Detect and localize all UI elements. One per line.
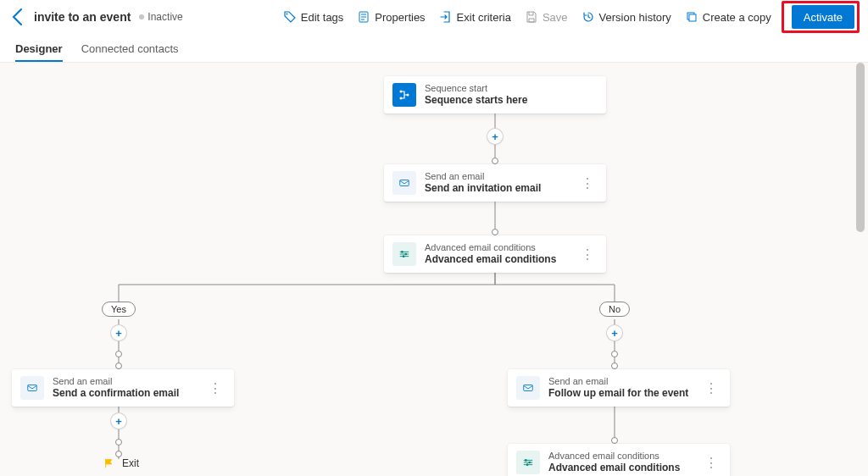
activate-highlight: Activate [782, 1, 860, 33]
back-button[interactable] [8, 7, 29, 27]
exit-label: Exit [122, 457, 139, 469]
node-send-confirmation-email[interactable]: Send an email Send a confirmation email … [12, 369, 234, 407]
create-copy-button[interactable]: Create a copy [678, 3, 778, 30]
save-label: Save [542, 11, 568, 24]
node-sequence-start[interactable]: Sequence start Sequence starts here [384, 76, 606, 113]
connector-dot [611, 363, 618, 369]
properties-button[interactable]: Properties [350, 3, 431, 30]
activate-label: Activate [804, 11, 843, 24]
add-step-button[interactable]: + [607, 325, 622, 340]
node-name: Advanced email conditions [425, 253, 577, 266]
scrollbar-thumb[interactable] [856, 63, 865, 232]
svg-point-27 [401, 251, 403, 253]
save-icon [525, 10, 538, 24]
add-step-button[interactable]: + [487, 129, 503, 144]
svg-rect-23 [400, 180, 409, 186]
copy-icon [685, 10, 698, 24]
node-advanced-conditions[interactable]: Advanced email conditions Advanced email… [384, 235, 606, 273]
connector-dot [115, 363, 122, 369]
email-icon [516, 376, 540, 400]
branch-yes-pill: Yes [102, 302, 136, 317]
node-more-button[interactable]: ⋮ [205, 380, 225, 396]
node-more-button[interactable]: ⋮ [577, 175, 598, 191]
tab-designer[interactable]: Designer [15, 42, 63, 62]
exit-criteria-label: Exit criteria [457, 11, 511, 24]
activate-button[interactable]: Activate [792, 5, 854, 29]
svg-point-37 [526, 463, 529, 466]
edit-tags-button[interactable]: Edit tags [276, 3, 351, 30]
conditions-icon [516, 451, 540, 474]
connector-dot [492, 229, 498, 235]
branch-no-pill: No [599, 302, 630, 317]
svg-point-36 [528, 462, 531, 464]
connector-dot [611, 351, 618, 357]
node-type: Send an email [53, 376, 205, 388]
conditions-icon [392, 242, 416, 266]
node-type: Advanced email conditions [548, 451, 701, 462]
tabs-bar: Designer Connected contacts [0, 34, 868, 63]
connector-dot [115, 439, 122, 446]
svg-rect-6 [689, 14, 696, 21]
node-name: Sequence starts here [425, 94, 598, 107]
node-name: Advanced email conditions [548, 462, 701, 474]
svg-point-29 [403, 255, 405, 257]
node-more-button[interactable]: ⋮ [701, 380, 721, 396]
svg-point-35 [525, 459, 527, 462]
email-icon [20, 376, 44, 400]
svg-rect-31 [524, 385, 533, 391]
node-name: Send a confirmation email [53, 387, 205, 400]
create-copy-label: Create a copy [703, 11, 771, 24]
page-title: invite to an event [34, 10, 131, 24]
tab-connected-contacts[interactable]: Connected contacts [81, 42, 179, 62]
scrollbar-track[interactable] [858, 63, 866, 476]
properties-label: Properties [375, 11, 425, 24]
sequence-start-icon [392, 83, 416, 107]
connector-dot [115, 451, 122, 457]
node-type: Sequence start [425, 83, 598, 95]
node-advanced-conditions-2[interactable]: Advanced email conditions Advanced email… [508, 444, 730, 476]
save-button: Save [518, 3, 575, 30]
svg-point-0 [286, 14, 287, 15]
connector-dot [611, 437, 618, 444]
top-toolbar: invite to an event Inactive Edit tags Pr… [0, 0, 868, 34]
node-send-invitation-email[interactable]: Send an email Send an invitation email ⋮ [384, 164, 606, 202]
email-icon [392, 171, 416, 195]
history-icon [581, 10, 595, 24]
exit-icon [439, 10, 453, 24]
edit-tags-label: Edit tags [301, 11, 344, 24]
svg-point-28 [404, 253, 407, 256]
status-dot-icon [139, 14, 144, 19]
designer-canvas[interactable]: Sequence start Sequence starts here + Se… [0, 63, 868, 476]
node-type: Send an email [425, 171, 577, 183]
node-type: Send an email [548, 376, 701, 388]
node-type: Advanced email conditions [425, 242, 577, 254]
node-name: Send an invitation email [425, 182, 577, 195]
flag-icon [103, 457, 115, 469]
version-history-label: Version history [599, 11, 671, 24]
node-follow-up-email[interactable]: Send an email Follow up email for the ev… [508, 369, 730, 407]
exit-criteria-button[interactable]: Exit criteria [432, 3, 518, 30]
connector-dot [115, 351, 122, 357]
version-history-button[interactable]: Version history [575, 3, 678, 30]
node-more-button[interactable]: ⋮ [701, 455, 721, 471]
node-name: Follow up email for the event [548, 387, 701, 400]
node-more-button[interactable]: ⋮ [577, 246, 598, 263]
connector-dot [492, 158, 498, 164]
add-step-button[interactable]: + [111, 325, 126, 340]
status-label: Inactive [147, 11, 182, 23]
properties-icon [357, 10, 370, 24]
node-exit[interactable]: Exit [103, 457, 139, 469]
add-step-button[interactable]: + [111, 413, 126, 429]
tag-icon [283, 10, 297, 24]
svg-rect-30 [28, 385, 37, 391]
